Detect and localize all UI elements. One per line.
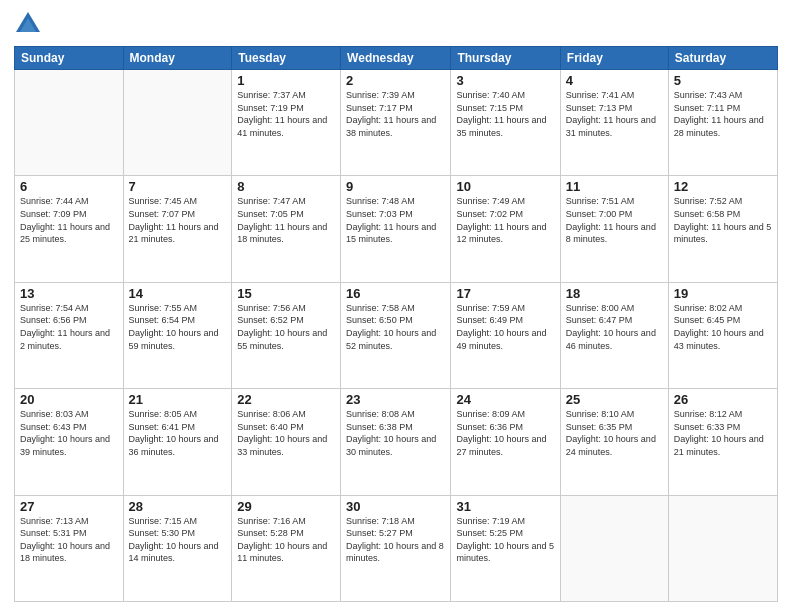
calendar-cell: 7Sunrise: 7:45 AMSunset: 7:07 PMDaylight…: [123, 176, 232, 282]
calendar-cell: 4Sunrise: 7:41 AMSunset: 7:13 PMDaylight…: [560, 70, 668, 176]
day-info: Sunrise: 7:54 AMSunset: 6:56 PMDaylight:…: [20, 302, 118, 352]
day-number: 16: [346, 286, 445, 301]
calendar-cell: [15, 70, 124, 176]
calendar-cell: 24Sunrise: 8:09 AMSunset: 6:36 PMDayligh…: [451, 389, 560, 495]
day-info: Sunrise: 8:03 AMSunset: 6:43 PMDaylight:…: [20, 408, 118, 458]
calendar-week-4: 20Sunrise: 8:03 AMSunset: 6:43 PMDayligh…: [15, 389, 778, 495]
calendar-cell: 26Sunrise: 8:12 AMSunset: 6:33 PMDayligh…: [668, 389, 777, 495]
day-number: 31: [456, 499, 554, 514]
day-number: 5: [674, 73, 772, 88]
day-info: Sunrise: 8:08 AMSunset: 6:38 PMDaylight:…: [346, 408, 445, 458]
day-info: Sunrise: 8:02 AMSunset: 6:45 PMDaylight:…: [674, 302, 772, 352]
weekday-header-monday: Monday: [123, 47, 232, 70]
weekday-header-row: SundayMondayTuesdayWednesdayThursdayFrid…: [15, 47, 778, 70]
day-info: Sunrise: 8:05 AMSunset: 6:41 PMDaylight:…: [129, 408, 227, 458]
calendar-cell: 17Sunrise: 7:59 AMSunset: 6:49 PMDayligh…: [451, 282, 560, 388]
day-info: Sunrise: 7:44 AMSunset: 7:09 PMDaylight:…: [20, 195, 118, 245]
day-number: 30: [346, 499, 445, 514]
day-info: Sunrise: 7:45 AMSunset: 7:07 PMDaylight:…: [129, 195, 227, 245]
day-number: 21: [129, 392, 227, 407]
day-number: 8: [237, 179, 335, 194]
day-info: Sunrise: 7:59 AMSunset: 6:49 PMDaylight:…: [456, 302, 554, 352]
day-info: Sunrise: 8:10 AMSunset: 6:35 PMDaylight:…: [566, 408, 663, 458]
day-number: 15: [237, 286, 335, 301]
day-info: Sunrise: 7:55 AMSunset: 6:54 PMDaylight:…: [129, 302, 227, 352]
day-info: Sunrise: 8:12 AMSunset: 6:33 PMDaylight:…: [674, 408, 772, 458]
calendar-cell: 23Sunrise: 8:08 AMSunset: 6:38 PMDayligh…: [341, 389, 451, 495]
calendar-cell: [560, 495, 668, 601]
day-number: 3: [456, 73, 554, 88]
day-info: Sunrise: 7:39 AMSunset: 7:17 PMDaylight:…: [346, 89, 445, 139]
calendar-week-3: 13Sunrise: 7:54 AMSunset: 6:56 PMDayligh…: [15, 282, 778, 388]
day-info: Sunrise: 8:09 AMSunset: 6:36 PMDaylight:…: [456, 408, 554, 458]
calendar-cell: 16Sunrise: 7:58 AMSunset: 6:50 PMDayligh…: [341, 282, 451, 388]
logo: [14, 10, 46, 38]
day-info: Sunrise: 7:48 AMSunset: 7:03 PMDaylight:…: [346, 195, 445, 245]
calendar-cell: 15Sunrise: 7:56 AMSunset: 6:52 PMDayligh…: [232, 282, 341, 388]
calendar-cell: [123, 70, 232, 176]
calendar-table: SundayMondayTuesdayWednesdayThursdayFrid…: [14, 46, 778, 602]
calendar-cell: 27Sunrise: 7:13 AMSunset: 5:31 PMDayligh…: [15, 495, 124, 601]
weekday-header-friday: Friday: [560, 47, 668, 70]
calendar-cell: 21Sunrise: 8:05 AMSunset: 6:41 PMDayligh…: [123, 389, 232, 495]
calendar-cell: 14Sunrise: 7:55 AMSunset: 6:54 PMDayligh…: [123, 282, 232, 388]
calendar-cell: 1Sunrise: 7:37 AMSunset: 7:19 PMDaylight…: [232, 70, 341, 176]
calendar-cell: 20Sunrise: 8:03 AMSunset: 6:43 PMDayligh…: [15, 389, 124, 495]
day-number: 11: [566, 179, 663, 194]
calendar-cell: 8Sunrise: 7:47 AMSunset: 7:05 PMDaylight…: [232, 176, 341, 282]
day-info: Sunrise: 7:56 AMSunset: 6:52 PMDaylight:…: [237, 302, 335, 352]
page-header: [14, 10, 778, 38]
weekday-header-wednesday: Wednesday: [341, 47, 451, 70]
day-number: 1: [237, 73, 335, 88]
calendar-cell: 25Sunrise: 8:10 AMSunset: 6:35 PMDayligh…: [560, 389, 668, 495]
day-info: Sunrise: 7:41 AMSunset: 7:13 PMDaylight:…: [566, 89, 663, 139]
calendar-cell: 30Sunrise: 7:18 AMSunset: 5:27 PMDayligh…: [341, 495, 451, 601]
weekday-header-thursday: Thursday: [451, 47, 560, 70]
day-info: Sunrise: 7:15 AMSunset: 5:30 PMDaylight:…: [129, 515, 227, 565]
day-number: 26: [674, 392, 772, 407]
calendar-cell: 10Sunrise: 7:49 AMSunset: 7:02 PMDayligh…: [451, 176, 560, 282]
day-number: 20: [20, 392, 118, 407]
day-info: Sunrise: 7:52 AMSunset: 6:58 PMDaylight:…: [674, 195, 772, 245]
calendar-cell: 5Sunrise: 7:43 AMSunset: 7:11 PMDaylight…: [668, 70, 777, 176]
day-number: 22: [237, 392, 335, 407]
calendar-cell: 12Sunrise: 7:52 AMSunset: 6:58 PMDayligh…: [668, 176, 777, 282]
day-info: Sunrise: 7:13 AMSunset: 5:31 PMDaylight:…: [20, 515, 118, 565]
calendar-cell: 31Sunrise: 7:19 AMSunset: 5:25 PMDayligh…: [451, 495, 560, 601]
weekday-header-sunday: Sunday: [15, 47, 124, 70]
day-number: 24: [456, 392, 554, 407]
calendar-cell: 11Sunrise: 7:51 AMSunset: 7:00 PMDayligh…: [560, 176, 668, 282]
day-number: 6: [20, 179, 118, 194]
day-number: 10: [456, 179, 554, 194]
day-number: 7: [129, 179, 227, 194]
day-info: Sunrise: 7:40 AMSunset: 7:15 PMDaylight:…: [456, 89, 554, 139]
day-info: Sunrise: 7:18 AMSunset: 5:27 PMDaylight:…: [346, 515, 445, 565]
day-number: 13: [20, 286, 118, 301]
day-info: Sunrise: 7:49 AMSunset: 7:02 PMDaylight:…: [456, 195, 554, 245]
calendar-week-5: 27Sunrise: 7:13 AMSunset: 5:31 PMDayligh…: [15, 495, 778, 601]
day-number: 29: [237, 499, 335, 514]
day-number: 12: [674, 179, 772, 194]
day-number: 19: [674, 286, 772, 301]
day-info: Sunrise: 7:58 AMSunset: 6:50 PMDaylight:…: [346, 302, 445, 352]
calendar-week-1: 1Sunrise: 7:37 AMSunset: 7:19 PMDaylight…: [15, 70, 778, 176]
calendar-cell: [668, 495, 777, 601]
calendar-week-2: 6Sunrise: 7:44 AMSunset: 7:09 PMDaylight…: [15, 176, 778, 282]
day-number: 4: [566, 73, 663, 88]
calendar-cell: 2Sunrise: 7:39 AMSunset: 7:17 PMDaylight…: [341, 70, 451, 176]
day-number: 27: [20, 499, 118, 514]
day-info: Sunrise: 7:16 AMSunset: 5:28 PMDaylight:…: [237, 515, 335, 565]
day-number: 18: [566, 286, 663, 301]
day-number: 9: [346, 179, 445, 194]
calendar-cell: 9Sunrise: 7:48 AMSunset: 7:03 PMDaylight…: [341, 176, 451, 282]
calendar-cell: 18Sunrise: 8:00 AMSunset: 6:47 PMDayligh…: [560, 282, 668, 388]
logo-icon: [14, 10, 42, 38]
day-number: 2: [346, 73, 445, 88]
day-info: Sunrise: 7:51 AMSunset: 7:00 PMDaylight:…: [566, 195, 663, 245]
calendar-cell: 22Sunrise: 8:06 AMSunset: 6:40 PMDayligh…: [232, 389, 341, 495]
day-number: 25: [566, 392, 663, 407]
calendar-cell: 6Sunrise: 7:44 AMSunset: 7:09 PMDaylight…: [15, 176, 124, 282]
calendar-cell: 19Sunrise: 8:02 AMSunset: 6:45 PMDayligh…: [668, 282, 777, 388]
day-number: 23: [346, 392, 445, 407]
day-info: Sunrise: 8:06 AMSunset: 6:40 PMDaylight:…: [237, 408, 335, 458]
